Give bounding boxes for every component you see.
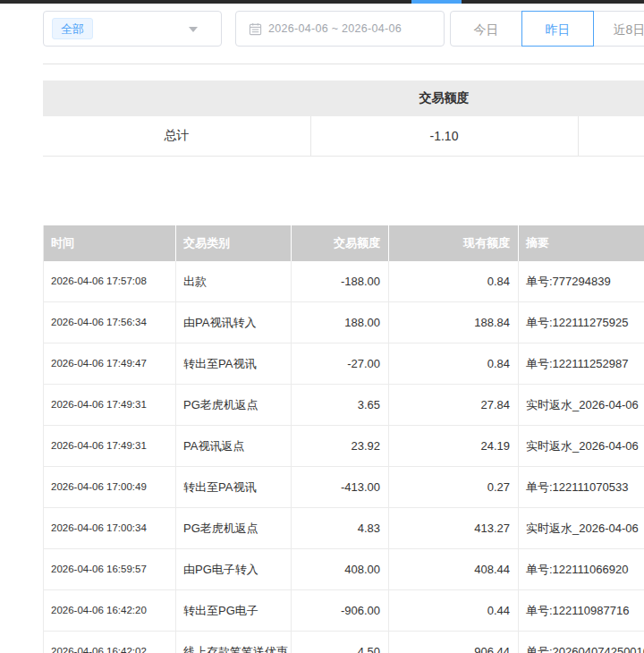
table-row: 2026-04-06 16:42:02线上存款笔笔送优惠4.50906.44单号… <box>44 632 644 653</box>
table-cell: 转出至PA视讯 <box>176 343 292 385</box>
table-cell: 408.44 <box>389 549 519 590</box>
column-header-4: 摘要 <box>519 225 644 261</box>
table-cell: -906.00 <box>292 590 389 632</box>
summary-header-empty2 <box>578 81 644 116</box>
topbar-indicator <box>411 0 462 4</box>
table-cell: 单号:122110987716 <box>519 590 644 632</box>
yesterday-button[interactable]: 昨日 <box>521 11 594 47</box>
table-cell: PG老虎机返点 <box>176 385 292 426</box>
table-cell: 2026-04-06 16:42:02 <box>44 632 176 653</box>
summary-header-amount: 交易额度 <box>310 81 578 116</box>
table-cell: -27.00 <box>292 343 389 385</box>
table-cell: 2026-04-06 17:00:34 <box>44 508 176 549</box>
caret-down-icon <box>189 27 198 32</box>
table-row: 2026-04-06 17:56:34由PA视讯转入188.00188.84单号… <box>44 302 644 343</box>
selected-category-tag: 全部 <box>52 18 93 39</box>
table-row: 2026-04-06 17:00:34PG老虎机返点4.83413.27实时返水… <box>44 508 644 549</box>
column-header-0: 时间 <box>44 225 176 261</box>
table-cell: 2026-04-06 16:42:20 <box>44 590 176 632</box>
today-button[interactable]: 今日 <box>450 11 522 47</box>
table-row: 2026-04-06 17:00:49转出至PA视讯-413.000.27单号:… <box>44 467 644 508</box>
table-cell: 转出至PA视讯 <box>176 467 292 508</box>
table-cell: 2026-04-06 17:57:08 <box>44 261 176 302</box>
table-cell: 4.83 <box>292 508 389 549</box>
table-cell: 2026-04-06 17:49:47 <box>44 343 176 385</box>
table-cell: 转出至PG电子 <box>176 590 292 632</box>
table-cell: 由PA视讯转入 <box>176 302 292 343</box>
topbar <box>0 0 644 4</box>
transactions-header-row: 时间交易类别交易额度现有额度摘要 <box>44 225 644 261</box>
table-row: 2026-04-06 16:42:20转出至PG电子-906.000.44单号:… <box>44 590 644 632</box>
table-cell: 2026-04-06 17:56:34 <box>44 302 176 343</box>
table-cell: 906.44 <box>389 632 519 653</box>
table-cell: -413.00 <box>292 467 389 508</box>
table-cell: 出款 <box>176 261 292 302</box>
table-cell: 单号:122111252987 <box>519 343 644 385</box>
summary-header-row: 交易额度 <box>43 81 644 116</box>
table-cell: 由PG电子转入 <box>176 549 292 590</box>
table-cell: 0.44 <box>389 590 519 632</box>
table-cell: 2026-04-06 17:49:31 <box>44 426 176 467</box>
table-row: 2026-04-06 17:49:47转出至PA视讯-27.000.84单号:1… <box>44 343 644 385</box>
table-cell: 0.84 <box>389 261 519 302</box>
summary-total-extra <box>578 116 644 157</box>
table-cell: 408.00 <box>292 549 389 590</box>
last-8-days-button[interactable]: 近8日 <box>593 11 644 47</box>
column-header-2: 交易额度 <box>292 225 389 261</box>
column-header-3: 现有额度 <box>389 225 519 261</box>
summary-total-label: 总计 <box>43 116 310 157</box>
table-cell: 线上存款笔笔送优惠 <box>176 632 292 653</box>
quick-date-button-group: 今日 昨日 近8日 <box>450 11 644 47</box>
table-cell: 0.84 <box>389 343 519 385</box>
table-cell: 2026-04-06 17:00:49 <box>44 467 176 508</box>
table-cell: 0.27 <box>389 467 519 508</box>
table-cell: 3.65 <box>292 385 389 426</box>
table-cell: -188.00 <box>292 261 389 302</box>
summary-table: 交易额度 总计 -1.10 <box>43 81 644 157</box>
table-cell: 413.27 <box>389 508 519 549</box>
filter-separator <box>43 64 644 64</box>
table-cell: 单号:777294839 <box>519 261 644 302</box>
table-cell: 188.84 <box>389 302 519 343</box>
transactions-body: 2026-04-06 17:57:08出款-188.000.84单号:77729… <box>44 261 644 653</box>
table-cell: 单号:122111066920 <box>519 549 644 590</box>
date-range-value: 2026-04-06 ~ 2026-04-06 <box>268 22 402 35</box>
table-row: 2026-04-06 17:49:31PA视讯返点23.9224.19实时返水_… <box>44 426 644 467</box>
table-cell: 实时返水_2026-04-06 <box>519 426 644 467</box>
table-row: 2026-04-06 16:59:57由PG电子转入408.00408.44单号… <box>44 549 644 590</box>
table-cell: 单号:122111070533 <box>519 467 644 508</box>
table-row: 2026-04-06 17:49:31PG老虎机返点3.6527.84实时返水_… <box>44 385 644 426</box>
table-cell: 实时返水_2026-04-06 <box>519 385 644 426</box>
summary-total-amount: -1.10 <box>310 116 578 157</box>
table-cell: 2026-04-06 16:59:57 <box>44 549 176 590</box>
category-dropdown[interactable]: 全部 <box>43 11 222 47</box>
summary-header-empty <box>43 81 310 116</box>
date-range-picker[interactable]: 2026-04-06 ~ 2026-04-06 <box>235 11 445 47</box>
table-cell: 24.19 <box>389 426 519 467</box>
table-cell: 27.84 <box>389 385 519 426</box>
column-header-1: 交易类别 <box>176 225 292 261</box>
table-cell: 单号:122111275925 <box>519 302 644 343</box>
table-cell: 单号:202604074250010883 <box>519 632 644 653</box>
table-cell: 4.50 <box>292 632 389 653</box>
table-cell: PA视讯返点 <box>176 426 292 467</box>
table-cell: 2026-04-06 17:49:31 <box>44 385 176 426</box>
calendar-icon <box>249 22 262 36</box>
transactions-table: 时间交易类别交易额度现有额度摘要 2026-04-06 17:57:08出款-1… <box>43 225 644 653</box>
table-cell: 188.00 <box>292 302 389 343</box>
summary-total-row: 总计 -1.10 <box>43 116 644 157</box>
table-cell: PG老虎机返点 <box>176 508 292 549</box>
table-row: 2026-04-06 17:57:08出款-188.000.84单号:77729… <box>44 261 644 302</box>
table-cell: 实时返水_2026-04-06 <box>519 508 644 549</box>
table-cell: 23.92 <box>292 426 389 467</box>
